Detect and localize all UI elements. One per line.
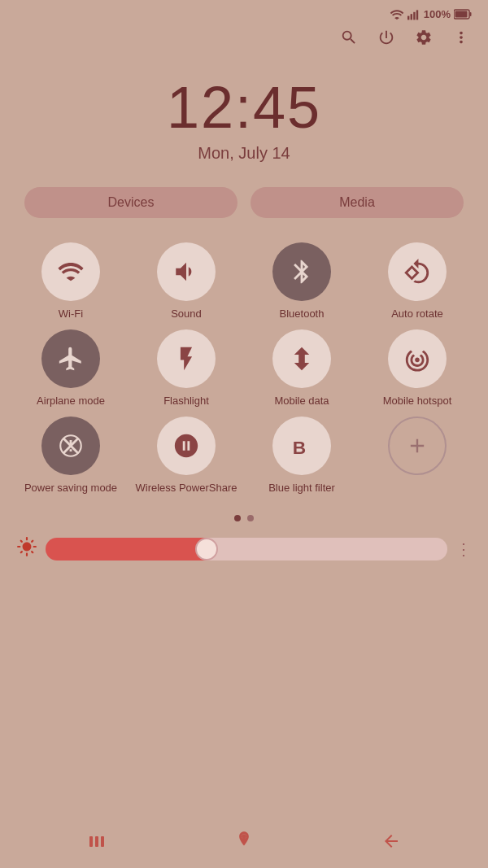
qs-label-airplane: Airplane mode — [37, 395, 105, 408]
qs-label-flashlight: Flashlight — [163, 395, 209, 408]
svg-rect-0 — [407, 15, 409, 20]
qs-label-wirelesspowershare: Wireless PowerShare — [136, 482, 237, 495]
more-button[interactable] — [452, 28, 470, 50]
qs-circle-bluetooth — [272, 242, 331, 301]
qs-circle-airplane — [41, 329, 100, 388]
qs-item-add[interactable] — [363, 417, 472, 495]
status-bar: 100% — [0, 0, 488, 24]
svg-point-12 — [242, 834, 246, 839]
qs-circle-autorotate — [388, 242, 447, 301]
svg-rect-3 — [416, 10, 418, 20]
tab-devices[interactable]: Devices — [24, 187, 237, 218]
brightness-icon — [16, 536, 37, 562]
qs-label-sound: Sound — [171, 308, 202, 321]
qs-item-wifi[interactable]: Wi-Fi — [16, 242, 125, 321]
qs-item-autorotate[interactable]: Auto rotate — [363, 242, 472, 321]
page-dot-1[interactable] — [234, 515, 241, 521]
qs-circle-wifi — [41, 242, 100, 301]
battery-icon — [454, 9, 472, 20]
qs-item-bluelightfilter[interactable]: B Blue light filter — [247, 417, 356, 495]
qs-label-autorotate: Auto rotate — [391, 308, 443, 321]
svg-rect-2 — [413, 11, 415, 20]
clock-date: Mon, July 14 — [0, 144, 488, 163]
qs-item-powersaving[interactable]: Power saving mode — [16, 417, 125, 495]
brightness-menu-button[interactable]: ⋮ — [455, 539, 472, 559]
tab-section: Devices Media — [0, 171, 488, 226]
svg-rect-5 — [455, 11, 468, 18]
qs-item-sound[interactable]: Sound — [132, 242, 241, 321]
power-button[interactable] — [377, 28, 395, 50]
nav-back-button[interactable] — [381, 831, 401, 856]
qs-circle-hotspot — [388, 329, 447, 388]
qs-circle-powersaving — [41, 417, 100, 475]
page-dot-2[interactable] — [247, 515, 254, 521]
status-icons: 100% — [390, 8, 472, 20]
qs-grid: Wi-Fi Sound Bluetooth Auto rotate — [16, 242, 472, 495]
quick-settings: Wi-Fi Sound Bluetooth Auto rotate — [0, 226, 488, 504]
brightness-track[interactable] — [46, 538, 447, 560]
qs-label-mobiledata: Mobile data — [274, 395, 329, 408]
qs-label-bluetooth: Bluetooth — [280, 308, 325, 321]
nav-recents-button[interactable] — [87, 831, 107, 856]
qs-circle-bluelightfilter: B — [272, 417, 331, 475]
brightness-row: ⋮ — [0, 528, 488, 570]
signal-status-icon — [407, 9, 420, 20]
nav-home-button[interactable] — [233, 830, 255, 857]
qs-item-flashlight[interactable]: Flashlight — [132, 329, 241, 408]
clock-time: 12:45 — [0, 74, 488, 141]
svg-rect-10 — [95, 836, 98, 847]
svg-rect-1 — [410, 14, 412, 20]
svg-rect-9 — [89, 836, 93, 847]
search-button[interactable] — [340, 28, 358, 50]
clock-section: 12:45 Mon, July 14 — [0, 58, 488, 171]
qs-item-mobiledata[interactable]: Mobile data — [247, 329, 356, 408]
battery-text: 100% — [424, 8, 451, 20]
qs-circle-add — [388, 417, 447, 475]
qs-item-bluetooth[interactable]: Bluetooth — [247, 242, 356, 321]
settings-button[interactable] — [415, 28, 433, 50]
top-actions — [0, 24, 488, 58]
qs-label-hotspot: Mobile hotspot — [383, 395, 452, 408]
qs-item-airplane[interactable]: Airplane mode — [16, 329, 125, 408]
qs-item-hotspot[interactable]: Mobile hotspot — [363, 329, 472, 408]
qs-label-powersaving: Power saving mode — [24, 482, 117, 495]
bottom-nav — [0, 819, 488, 868]
svg-text:B: B — [293, 437, 306, 458]
qs-label-wifi: Wi-Fi — [59, 308, 83, 321]
page-dots — [0, 504, 488, 528]
svg-rect-6 — [470, 12, 472, 16]
qs-circle-flashlight — [157, 329, 216, 388]
qs-circle-mobiledata — [272, 329, 331, 388]
wifi-status-icon — [390, 9, 404, 20]
svg-rect-11 — [101, 836, 104, 847]
qs-item-wirelesspowershare[interactable]: Wireless PowerShare — [132, 417, 241, 495]
qs-circle-sound — [157, 242, 216, 301]
qs-label-bluelightfilter: Blue light filter — [268, 482, 335, 495]
tab-media[interactable]: Media — [251, 187, 464, 218]
brightness-thumb — [195, 538, 218, 560]
qs-circle-wirelesspowershare — [157, 417, 216, 475]
